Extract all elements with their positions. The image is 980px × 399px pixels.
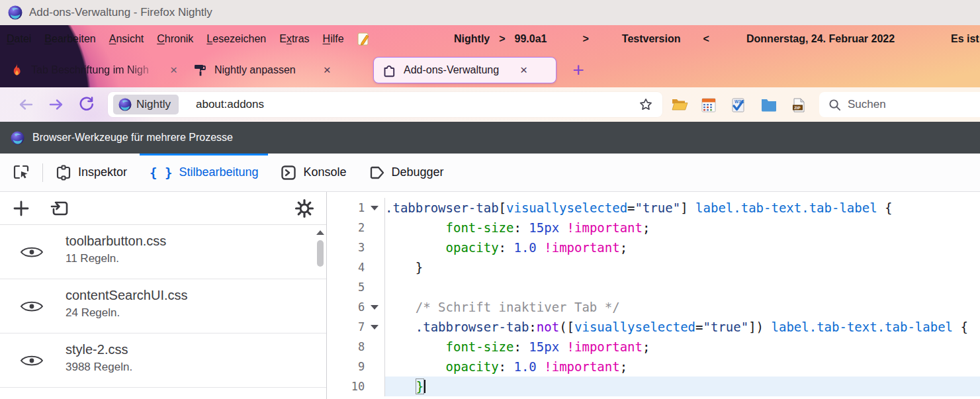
- fold-toggle[interactable]: [365, 297, 384, 317]
- firefox-nightly-icon: [8, 5, 22, 20]
- menu-item-hilfe[interactable]: Hilfe: [316, 33, 351, 45]
- w3c-validator-icon[interactable]: W3C: [730, 97, 746, 113]
- line-number: 8: [327, 337, 365, 357]
- devtools-tab-inspector[interactable]: Inspektor: [46, 154, 137, 191]
- code-line[interactable]: 7 .tabbrowser-tab:not([visuallyselected=…: [327, 317, 980, 337]
- line-number: 2: [327, 218, 365, 238]
- options-gear-icon[interactable]: [294, 199, 314, 218]
- top-chrome: DateiBearbeitenAnsichtChronikLesezeichen…: [0, 25, 980, 87]
- sidebar-scrollbar[interactable]: [315, 226, 326, 385]
- fold-arrow-icon[interactable]: [371, 325, 379, 330]
- stylesheet-item[interactable]: style-2.css 3988 Regeln.: [0, 333, 326, 388]
- code-text[interactable]: .tabbrowser-tab[visuallyselected="true"]…: [385, 198, 980, 218]
- devtools-tab-debugger[interactable]: Debugger: [359, 154, 454, 191]
- forward-icon[interactable]: [48, 97, 65, 112]
- browser-tab-1[interactable]: Tab Beschriftung im Nigh ×: [11, 57, 184, 83]
- menu-item-chronik[interactable]: Chronik: [150, 33, 200, 45]
- gutter: 4: [327, 257, 385, 277]
- menubar-arrow: >: [499, 33, 505, 45]
- fold-arrow-icon[interactable]: [371, 206, 379, 210]
- scrollbar-thumb[interactable]: [317, 240, 324, 267]
- bookmark-star-icon[interactable]: [639, 97, 653, 112]
- tab-title: Tab Beschriftung im Nigh: [31, 64, 163, 76]
- gutter: 10: [327, 377, 385, 396]
- code-text[interactable]: }: [385, 377, 980, 396]
- tab-close-icon[interactable]: ×: [170, 63, 177, 77]
- url-bar[interactable]: Nightly about:addons: [108, 92, 662, 117]
- code-line[interactable]: 9 opacity: 1.0 !important;: [327, 357, 980, 377]
- code-line[interactable]: 6 /* Schrift inaktiver Tab */: [327, 297, 980, 317]
- navigation-toolbar: Nightly about:addons: [0, 87, 980, 122]
- fold-arrow-icon[interactable]: [371, 305, 379, 310]
- fold-toggle: [365, 218, 384, 238]
- code-text[interactable]: opacity: 1.0 !important;: [385, 357, 980, 377]
- code-line[interactable]: 8 font-size: 15px !important;: [327, 337, 980, 357]
- menu-bar: DateiBearbeitenAnsichtChronikLesezeichen…: [0, 25, 980, 53]
- code-line[interactable]: 4 }: [327, 257, 980, 277]
- fold-toggle: [365, 337, 384, 357]
- menu-item-ansicht[interactable]: Ansicht: [103, 33, 150, 45]
- code-line[interactable]: 2 font-size: 15px !important;: [327, 218, 980, 238]
- stylesheet-name: toolbarbutton.css: [66, 234, 166, 249]
- browser-tab-2[interactable]: Nightly anpassen ×: [193, 57, 363, 83]
- puzzle-piece-icon: [382, 63, 396, 77]
- visibility-eye-icon[interactable]: [20, 353, 44, 387]
- stylesheet-item[interactable]: toolbarbutton.css 11 Regeln.: [0, 225, 326, 279]
- fold-toggle[interactable]: [365, 198, 384, 218]
- zip-file-icon[interactable]: ZIP: [791, 97, 806, 113]
- new-stylesheet-icon[interactable]: [12, 199, 30, 218]
- gutter: 3: [327, 238, 385, 257]
- code-text[interactable]: font-size: 15px !important;: [385, 337, 980, 357]
- code-text[interactable]: font-size: 15px !important;: [385, 218, 980, 238]
- toolbar-separator: [42, 163, 43, 182]
- open-folder-icon[interactable]: [671, 97, 688, 112]
- stylesheet-item[interactable]: contentSearchUI.css 24 Regeln.: [0, 279, 326, 333]
- code-text[interactable]: /* Schrift inaktiver Tab */: [385, 297, 980, 317]
- console-icon: [281, 165, 296, 181]
- visibility-eye-icon[interactable]: [20, 299, 44, 333]
- code-line[interactable]: 3 opacity: 1.0 !important;: [327, 238, 980, 257]
- notes-icon[interactable]: [356, 31, 371, 47]
- blue-folder-icon[interactable]: [760, 97, 778, 112]
- code-text[interactable]: }: [385, 257, 980, 277]
- code-text[interactable]: .tabbrowser-tab:not([visuallyselected="t…: [385, 317, 980, 337]
- import-stylesheet-icon[interactable]: [49, 199, 70, 218]
- line-number: 5: [327, 277, 365, 297]
- browser-tab-active[interactable]: Add-ons-Verwaltung ×: [373, 57, 557, 83]
- menu-item-lesezeichen[interactable]: Lesezeichen: [200, 33, 273, 45]
- menu-item-bearbeiten[interactable]: Bearbeiten: [38, 33, 102, 45]
- code-line[interactable]: 1.tabbrowser-tab[visuallyselected="true"…: [327, 198, 980, 218]
- stylesheet-list: toolbarbutton.css 11 Regeln. contentSear…: [0, 225, 326, 388]
- code-text[interactable]: opacity: 1.0 !important;: [385, 238, 980, 257]
- tab-close-icon[interactable]: ×: [520, 63, 527, 77]
- gutter: 9: [327, 357, 385, 377]
- url-input[interactable]: about:addons: [196, 98, 639, 111]
- search-icon: [828, 99, 841, 111]
- back-icon[interactable]: [17, 97, 34, 112]
- fold-toggle[interactable]: [365, 317, 384, 337]
- code-text[interactable]: [385, 277, 980, 297]
- menubar-arrow: >: [583, 33, 589, 45]
- code-line[interactable]: 10 }: [327, 377, 980, 396]
- visibility-eye-icon[interactable]: [20, 245, 44, 279]
- search-bar[interactable]: Suchen: [819, 92, 980, 117]
- menu-item-extras[interactable]: Extras: [273, 33, 316, 45]
- tab-close-icon[interactable]: ×: [324, 63, 331, 77]
- reload-icon[interactable]: [78, 96, 95, 112]
- element-picker-icon[interactable]: [0, 154, 42, 191]
- new-tab-button[interactable]: +: [566, 58, 590, 82]
- menubar-info: Nightly > 99.0a1 > Testversion <: [454, 25, 709, 53]
- site-identity-chip[interactable]: Nightly: [113, 95, 179, 114]
- tab-title: Add-ons-Verwaltung: [404, 64, 499, 76]
- calendar-icon[interactable]: [701, 97, 717, 113]
- debugger-icon: [369, 165, 385, 181]
- menu-item-datei[interactable]: Datei: [0, 33, 38, 45]
- code-line[interactable]: 5: [327, 277, 980, 297]
- fold-toggle: [365, 377, 384, 396]
- line-number: 4: [327, 257, 365, 277]
- devtools-tab-console[interactable]: Konsole: [271, 154, 356, 191]
- css-code-editor[interactable]: 1.tabbrowser-tab[visuallyselected="true"…: [327, 192, 980, 399]
- scroll-up-arrow-icon[interactable]: [316, 230, 324, 235]
- devtools-title: Browser-Werkzeuge für mehrere Prozesse: [32, 132, 233, 144]
- devtools-tab-styleeditor[interactable]: { } Stilbearbeitung: [140, 154, 268, 191]
